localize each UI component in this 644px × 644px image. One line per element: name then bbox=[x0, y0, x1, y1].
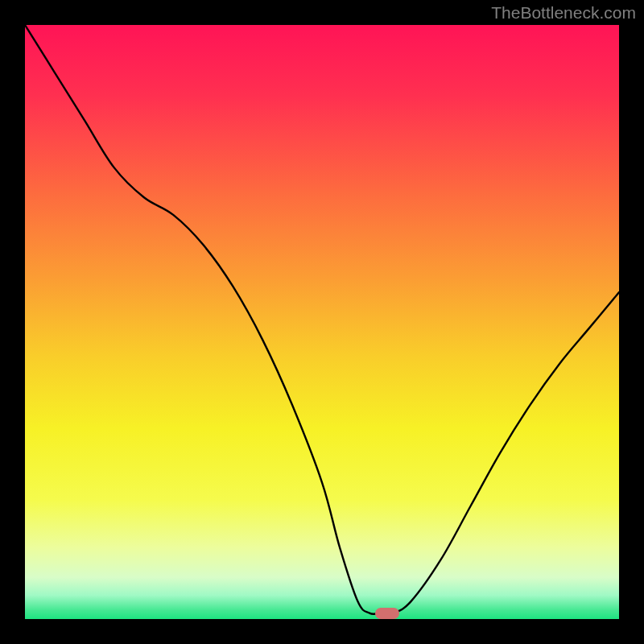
chart-container: TheBottleneck.com bbox=[0, 0, 644, 644]
optimal-point-marker bbox=[375, 608, 399, 619]
bottleneck-curve bbox=[25, 25, 619, 619]
plot-area bbox=[25, 25, 619, 619]
watermark-text: TheBottleneck.com bbox=[491, 3, 636, 23]
